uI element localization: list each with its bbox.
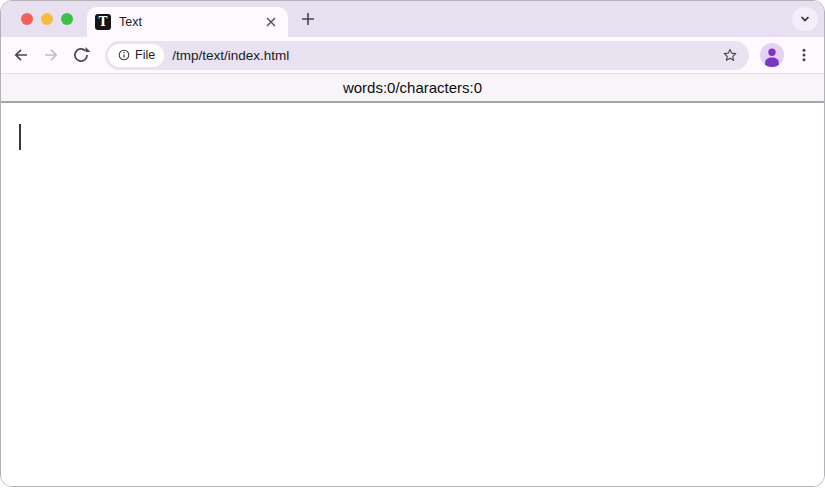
plus-icon (301, 12, 315, 26)
site-chip-label: File (135, 48, 155, 62)
tab-text[interactable]: T Text (87, 7, 288, 37)
profile-button[interactable] (760, 43, 784, 67)
reload-button[interactable] (67, 41, 95, 69)
window-controls (1, 13, 87, 25)
tab-search-button[interactable] (792, 7, 818, 31)
profile-avatar-icon (760, 43, 784, 67)
site-info-chip[interactable]: File (108, 44, 164, 67)
characters-label: characters: (400, 79, 474, 96)
tab-strip: T Text (1, 1, 824, 37)
back-arrow-icon (12, 46, 30, 64)
info-icon (117, 48, 131, 62)
forward-arrow-icon (42, 46, 60, 64)
browser-toolbar: File /tmp/text/index.html (1, 37, 824, 74)
maximize-window-button[interactable] (61, 13, 73, 25)
new-tab-button[interactable] (294, 5, 322, 33)
editor-area[interactable] (1, 103, 824, 486)
address-bar[interactable]: File /tmp/text/index.html (105, 41, 749, 70)
chevron-down-icon (799, 13, 811, 25)
words-count: 0 (387, 79, 395, 96)
characters-count: 0 (474, 79, 482, 96)
text-caret (19, 124, 21, 150)
bookmark-button[interactable] (717, 42, 743, 68)
status-bar: words: 0 / characters: 0 (1, 74, 824, 103)
close-window-button[interactable] (21, 13, 33, 25)
browser-window: T Text (0, 0, 825, 487)
tab-close-button[interactable] (262, 13, 280, 31)
star-icon (721, 46, 739, 64)
reload-icon (72, 46, 90, 64)
minimize-window-button[interactable] (41, 13, 53, 25)
tab-favicon-icon: T (95, 14, 111, 30)
url-text[interactable]: /tmp/text/index.html (172, 48, 717, 63)
tab-title: Text (119, 15, 262, 29)
browser-menu-button[interactable] (790, 41, 818, 69)
forward-button[interactable] (37, 41, 65, 69)
close-icon (266, 17, 276, 27)
back-button[interactable] (7, 41, 35, 69)
three-dot-menu-icon (795, 46, 813, 64)
words-label: words: (343, 79, 387, 96)
